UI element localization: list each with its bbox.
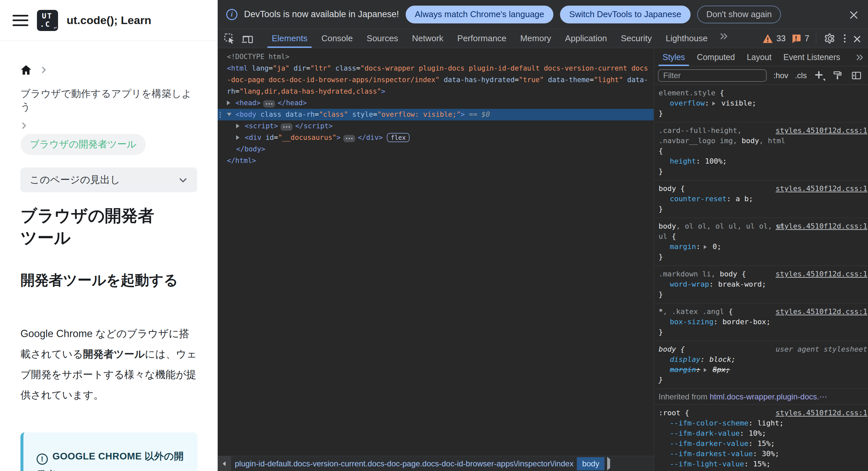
css-property[interactable]: --ifm-lighter-value:30%; — [659, 469, 863, 471]
dom-tree-line[interactable]: </body> — [218, 144, 654, 155]
css-property[interactable]: margin:0; — [659, 242, 863, 252]
styles-filter-input[interactable] — [658, 69, 767, 82]
breadcrumb-section[interactable]: ブラウザで動作するアプリを構築しよう — [21, 87, 197, 114]
pseudo-state-button[interactable]: :hov — [773, 71, 788, 80]
site-logo[interactable]: UT .C ↩ — [37, 10, 58, 31]
dom-breadcrumb-bar: plugin-id-default.docs-version-current.d… — [218, 456, 654, 471]
dom-tree-line[interactable]: <body class data-rh="class" style="overf… — [218, 109, 654, 120]
expand-arrow-icon[interactable] — [236, 120, 245, 132]
warning-icon[interactable] — [762, 31, 774, 46]
devtools-tabbar: ElementsConsoleSourcesNetworkPerformance… — [218, 29, 868, 48]
stylesheet-source-link[interactable]: styles.4510f12d.css:1 — [776, 408, 867, 418]
expand-arrow-icon[interactable] — [236, 132, 245, 144]
breadcrumb-current: ブラウザの開発者ツール — [21, 134, 146, 155]
css-property[interactable]: display:block; — [659, 354, 863, 365]
css-property[interactable]: word-wrap:break-word; — [659, 279, 863, 289]
expand-value-arrow-icon[interactable] — [712, 102, 715, 105]
css-property[interactable]: --ifm-color-scheme:light; — [659, 418, 863, 428]
css-property[interactable]: height:100%; — [659, 156, 863, 166]
chevron-down-icon — [178, 175, 188, 185]
tab-lighthouse[interactable]: Lighthouse — [659, 29, 714, 48]
tab-elements[interactable]: Elements — [265, 29, 314, 48]
stylesheet-source-link[interactable]: styles.4510f12d.css:1 — [776, 306, 867, 317]
page-title: ブラウザの開発者 ツール — [21, 205, 197, 249]
css-property[interactable]: box-sizing:border-box; — [659, 317, 863, 327]
sidebar-tab-event-listeners[interactable]: Event Listeners — [778, 49, 846, 66]
css-property[interactable]: --ifm-dark-value:10%; — [659, 428, 863, 438]
class-toggle-button[interactable]: .cls — [795, 71, 807, 80]
scroll-left-icon[interactable] — [218, 456, 231, 471]
expand-value-arrow-icon[interactable] — [704, 368, 707, 372]
style-rule: .markdown li, body {styles.4510f12d.css:… — [654, 266, 868, 304]
tab-performance[interactable]: Performance — [451, 29, 514, 48]
kebab-menu-icon[interactable] — [842, 32, 847, 44]
style-rule: element.style {overflow:visible;} — [654, 85, 868, 122]
infobar-message: DevTools is now available in Japanese! — [244, 9, 399, 20]
style-rule: *, .katex .angl {styles.4510f12d.css:1bo… — [654, 304, 868, 341]
settings-gear-icon[interactable] — [823, 31, 837, 46]
css-property[interactable]: margin:8px; — [659, 365, 863, 375]
breadcrumb — [21, 65, 197, 75]
switch-japanese-button[interactable]: Switch DevTools to Japanese — [560, 6, 690, 24]
stylesheet-source-link[interactable]: styles.4510f12d.css:1 — [776, 269, 867, 279]
more-tabs-icon[interactable] — [717, 29, 731, 43]
toc-collapsible[interactable]: このページの見出し — [21, 167, 197, 192]
tab-console[interactable]: Console — [314, 29, 360, 48]
dom-tree-line[interactable]: </html> — [218, 155, 654, 166]
dom-breadcrumb-path[interactable]: plugin-id-default.docs-version-current.d… — [231, 459, 577, 468]
issues-icon[interactable] — [790, 31, 802, 46]
site-title[interactable]: ut.code(); Learn — [67, 14, 151, 27]
css-property[interactable]: --ifm-darkest-value:30%; — [659, 448, 863, 459]
tab-network[interactable]: Network — [405, 29, 450, 48]
sidebar-toggle-icon[interactable] — [850, 69, 863, 82]
home-icon[interactable] — [21, 65, 32, 75]
dom-tree-line[interactable]: <html lang="ja" dir="ltr" class="docs-wr… — [218, 63, 654, 97]
tab-sources[interactable]: Sources — [360, 29, 405, 48]
rule-selector[interactable]: element.style { — [659, 88, 863, 98]
device-toolbar-icon[interactable] — [240, 31, 255, 46]
css-property[interactable]: counter-reset:a b; — [659, 194, 863, 204]
collapse-arrow-icon[interactable] — [227, 109, 236, 120]
devtools-infobar: i DevTools is now available in Japanese!… — [218, 0, 868, 29]
dom-tree-line[interactable]: <div id="__docusaurus"></div>flex — [218, 132, 654, 144]
inspect-icon[interactable] — [222, 31, 237, 46]
dom-breadcrumb-selected[interactable]: body — [577, 457, 604, 470]
dom-tree-line[interactable]: <!DOCTYPE html> — [218, 51, 654, 63]
tab-security[interactable]: Security — [614, 29, 659, 48]
new-style-rule-button[interactable] — [813, 70, 825, 81]
css-property[interactable]: --ifm-light-value:15%; — [659, 459, 863, 469]
expand-value-arrow-icon[interactable] — [704, 245, 707, 249]
stylesheet-source-link[interactable]: styles.4510f12d.css:1 — [776, 183, 867, 194]
styles-toolbar: :hov .cls — [654, 66, 868, 85]
sidebar-tab-layout[interactable]: Layout — [741, 49, 777, 66]
tab-application[interactable]: Application — [558, 29, 614, 48]
css-property[interactable]: --ifm-darker-value:15%; — [659, 438, 863, 448]
dont-show-again-button[interactable]: Don't show again — [697, 6, 781, 24]
expand-arrow-icon[interactable] — [227, 97, 236, 109]
css-property[interactable]: overflow:visible; — [659, 98, 863, 108]
more-sidebar-tabs-icon[interactable] — [856, 49, 868, 66]
hamburger-menu-icon[interactable] — [12, 15, 28, 26]
match-language-button[interactable]: Always match Chrome's language — [406, 6, 553, 24]
tab-memory[interactable]: Memory — [513, 29, 558, 48]
devtools-tabs: ElementsConsoleSourcesNetworkPerformance… — [265, 29, 715, 48]
ellipsis-button[interactable] — [343, 135, 355, 142]
sidebar-tab-styles[interactable]: Styles — [657, 49, 691, 66]
stylesheet-source-link[interactable]: styles.4510f12d.css:1 — [776, 125, 867, 135]
inherited-node-link[interactable]: html.docs-wrapper.plugin-docs.⋯ — [710, 392, 827, 401]
sidebar-tab-computed[interactable]: Computed — [691, 49, 741, 66]
stylesheet-source-link[interactable]: styles.4510f12d.css:1 — [776, 221, 867, 231]
flex-badge[interactable]: flex — [387, 133, 410, 142]
devtools-close-icon[interactable] — [852, 34, 862, 43]
ellipsis-button[interactable] — [281, 123, 292, 131]
devtools-window: i DevTools is now available in Japanese!… — [218, 0, 868, 471]
dom-tree-line[interactable]: <script></script> — [218, 120, 654, 132]
dom-tree-line[interactable]: <head></head> — [218, 97, 654, 109]
infobar-close-icon[interactable] — [848, 9, 860, 20]
toc-label: このページの見出し — [30, 173, 120, 187]
ellipsis-button[interactable] — [263, 100, 275, 107]
admonition-title: !GOOGLE CHROME 以外の開発者ツール — [37, 447, 186, 471]
scroll-right-icon[interactable] — [607, 459, 610, 468]
style-rule: body {styles.4510f12d.css:1counter-reset… — [654, 181, 868, 218]
styles-brush-icon[interactable] — [831, 69, 844, 82]
